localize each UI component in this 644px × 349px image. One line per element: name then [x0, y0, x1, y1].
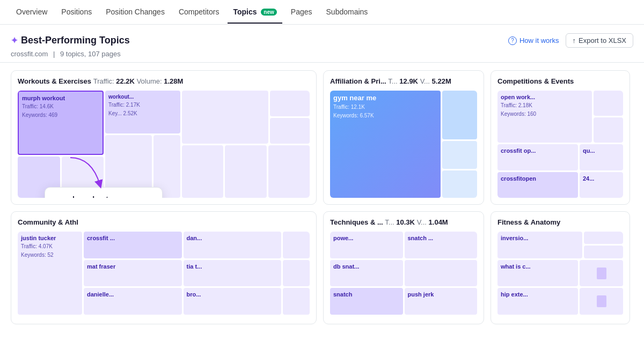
cell-sm-10[interactable] — [268, 145, 310, 198]
comm-extra-1[interactable] — [283, 232, 310, 258]
upload-icon: ↑ — [573, 36, 576, 44]
danielle-cell[interactable]: danielle... — [84, 288, 182, 315]
justin-tucker-cell[interactable]: justin tucker Traffic: 4.07K Keywords: 5… — [18, 232, 82, 315]
inversion-cell[interactable]: inversio... — [497, 232, 582, 258]
bro-cell[interactable]: bro... — [184, 288, 282, 315]
what-is-c-cell[interactable]: what is c... — [497, 260, 578, 287]
competitions-treemap: open work... Traffic: 2.18K Keywords: 16… — [497, 91, 623, 198]
db-snatch-cell[interactable] — [405, 260, 478, 287]
affiliation-header: Affiliation & Pri... T... 12.9K V... 5.2… — [330, 77, 477, 85]
fit-sm-2[interactable] — [584, 246, 623, 258]
dan-cell[interactable]: dan... — [184, 232, 282, 258]
comm-extra-3[interactable] — [283, 288, 310, 315]
tooltip-overlay: murph workout https://www.crossfit.com/e… — [45, 187, 163, 198]
powe-cell[interactable]: powe... — [330, 232, 403, 258]
community-treemap: justin tucker Traffic: 4.07K Keywords: 5… — [18, 232, 310, 317]
qu-cell[interactable]: qu... — [580, 144, 623, 170]
hip-exte-cell[interactable]: hip exte... — [497, 288, 578, 315]
affil-cell-4[interactable] — [442, 170, 477, 198]
navigation: Overview Positions Position Changes Comp… — [0, 0, 644, 25]
comp-cell-sm-1[interactable] — [594, 91, 623, 116]
cell-sm-8[interactable] — [182, 145, 223, 198]
page-header: ✦ Best-Performing Topics ? How it works … — [0, 25, 644, 63]
gym-near-me-cell[interactable]: gym near me Traffic: 12.1K Keywords: 6.5… — [330, 91, 441, 198]
push-jerk-cell[interactable]: push jerk — [405, 288, 478, 315]
comp-cell-sm-2[interactable] — [594, 117, 623, 143]
cell-sm-9[interactable] — [225, 145, 266, 198]
snatch-cell[interactable]: snatch ... — [405, 232, 478, 258]
export-button[interactable]: ↑ Export to XLSX — [566, 33, 633, 48]
workouts-header: Workouts & Exercises Traffic: 22.2K Volu… — [18, 77, 310, 85]
affil-cell-3[interactable] — [442, 141, 477, 169]
workout-cell-2[interactable]: workout... Traffic: 2.17K Key... 2.52K — [105, 91, 180, 133]
sparkle-icon: ✦ — [11, 35, 18, 46]
nav-competitors[interactable]: Competitors — [173, 1, 224, 24]
topics-grid: Workouts & Exercises Traffic: 22.2K Volu… — [11, 70, 633, 324]
fit-sm-1[interactable] — [584, 232, 623, 244]
tia-cell[interactable]: tia t... — [184, 260, 282, 287]
comm-extra-2[interactable] — [283, 260, 310, 287]
nav-pages[interactable]: Pages — [286, 1, 318, 24]
crossfit-op-cell[interactable]: crossfit op... — [497, 144, 578, 170]
fit-sm-4[interactable] — [580, 288, 623, 315]
question-icon: ? — [508, 36, 517, 45]
open-work-cell[interactable]: open work... Traffic: 2.18K Keywords: 16… — [497, 91, 592, 143]
workouts-card: Workouts & Exercises Traffic: 22.2K Volu… — [11, 70, 317, 205]
subtitle: crossfit.com | 9 topics, 107 pages — [11, 50, 633, 58]
page-title: ✦ Best-Performing Topics — [11, 35, 130, 46]
cell-sm-7[interactable] — [270, 118, 310, 144]
workouts-treemap: murph workout Traffic: 14.6K Keywords: 4… — [18, 91, 310, 198]
snatch-sm-cell[interactable]: db snat... — [330, 260, 403, 287]
cell-sm-6[interactable] — [270, 91, 310, 116]
fit-sm-3[interactable] — [580, 260, 623, 287]
snatch-big-cell[interactable]: snatch — [330, 288, 403, 315]
tooltip-arrow-svg — [60, 152, 108, 190]
affil-cell-2[interactable] — [442, 91, 477, 139]
nav-overview[interactable]: Overview — [11, 1, 53, 24]
nav-positions[interactable]: Positions — [56, 1, 97, 24]
nav-topics[interactable]: Topics new — [228, 1, 282, 24]
techniques-header: Techniques & ... T... 10.3K V... 1.04M — [330, 218, 477, 226]
cell-sm-5[interactable] — [182, 91, 268, 144]
header-actions: ? How it works ↑ Export to XLSX — [508, 33, 633, 48]
affiliation-treemap: gym near me Traffic: 12.1K Keywords: 6.5… — [330, 91, 477, 198]
nav-position-changes[interactable]: Position Changes — [100, 1, 170, 24]
affiliation-card: Affiliation & Pri... T... 12.9K V... 5.2… — [323, 70, 484, 205]
competitions-header: Competitions & Events — [497, 77, 623, 85]
tooltip-title: murph workout — [54, 195, 153, 198]
fitness-header: Fitness & Anatomy — [497, 218, 623, 226]
community-card: Community & Athl justin tucker Traffic: … — [11, 211, 317, 324]
nav-subdomains[interactable]: Subdomains — [321, 1, 374, 24]
community-header: Community & Athl — [18, 218, 310, 226]
techniques-treemap: powe... snatch ... db snat... — [330, 232, 477, 317]
crossfit-cell[interactable]: crossfit ... — [84, 232, 182, 258]
mat-fraser-cell[interactable]: mat fraser — [84, 260, 182, 287]
24-cell[interactable]: 24... — [580, 172, 623, 198]
murph-workout-cell[interactable]: murph workout Traffic: 14.6K Keywords: 4… — [18, 91, 104, 155]
main-content: Workouts & Exercises Traffic: 22.2K Volu… — [0, 63, 644, 332]
topics-badge: new — [261, 9, 276, 16]
competitions-card: Competitions & Events open work... Traff… — [491, 70, 630, 205]
techniques-card: Techniques & ... T... 10.3K V... 1.04M p… — [323, 211, 484, 324]
crossfitopen-cell[interactable]: crossfitopen — [497, 172, 578, 198]
fitness-card: Fitness & Anatomy inversio... — [491, 211, 630, 324]
fitness-treemap: inversio... what is c... — [497, 232, 623, 317]
how-it-works-link[interactable]: ? How it works — [508, 36, 559, 45]
